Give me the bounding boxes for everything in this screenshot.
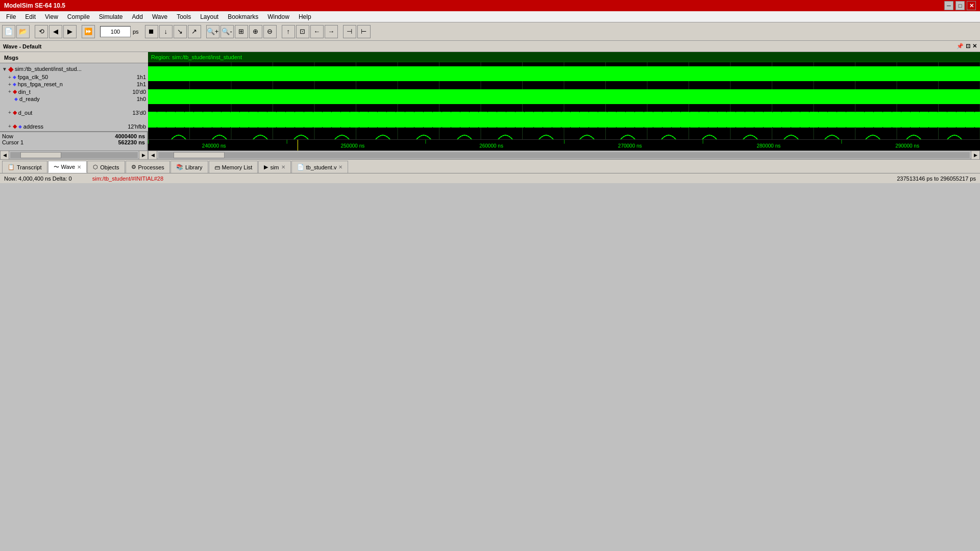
menu-view[interactable]: View: [41, 12, 62, 21]
tb-open-button[interactable]: 📂: [16, 25, 30, 38]
wave-resize-button[interactable]: ⊡: [966, 43, 970, 49]
menu-help[interactable]: Help: [295, 12, 315, 21]
tb-run-back-button[interactable]: ◀: [49, 25, 62, 38]
left-scroll-track[interactable]: [10, 152, 138, 158]
signal-row-fpga-clk[interactable]: + ◆ fpga_clk_50 1h1: [0, 73, 148, 81]
cursor1-label: Cursor 1: [2, 139, 23, 145]
spacer2: [0, 116, 148, 122]
tb-zoom-full-button[interactable]: ⊞: [235, 25, 248, 38]
wave-window-title: Wave - Default: [3, 43, 41, 49]
left-scroll-left[interactable]: ◀: [0, 151, 9, 160]
tab-sim-label: sim: [270, 164, 279, 170]
signal-row-din[interactable]: + ◆ din_t 10'd0: [0, 88, 148, 95]
left-scrollbar[interactable]: ◀ ▶: [0, 151, 148, 159]
signal-row-dout[interactable]: + ◆ d_out 13'd0: [0, 109, 148, 116]
menu-tools[interactable]: Tools: [173, 12, 195, 21]
tb-icon: 📄: [297, 164, 304, 170]
signal-fpga-clk-name: fpga_clk_50: [18, 74, 48, 80]
timeline: [148, 139, 980, 151]
waveform-container[interactable]: [148, 62, 980, 139]
tb-step-button[interactable]: ↓: [159, 25, 173, 38]
din-icon: ◆: [13, 88, 17, 95]
menu-layout[interactable]: Layout: [196, 12, 223, 21]
tab-transcript[interactable]: 📋 Transcript: [2, 161, 47, 173]
minimize-button[interactable]: ─: [944, 1, 953, 10]
signal-din-name: din_t: [18, 89, 31, 95]
left-scroll-right[interactable]: ▶: [139, 151, 148, 160]
tb-step-over-button[interactable]: ↘: [174, 25, 187, 38]
expand-icon[interactable]: ▼: [2, 66, 7, 72]
expand-icon-addr[interactable]: +: [8, 123, 11, 129]
now-value: 4000400 ns: [115, 133, 145, 139]
tab-library[interactable]: 📚 Library: [170, 161, 208, 173]
tb-zoom-in2-button[interactable]: ⊕: [249, 25, 262, 38]
signal-list[interactable]: ▼ ◆ sim:/tb_student/inst_stud... + ◆ fpg…: [0, 63, 148, 131]
menu-window[interactable]: Window: [263, 12, 293, 21]
run-time-input[interactable]: 100: [100, 26, 131, 37]
right-scroll-track[interactable]: [158, 152, 970, 158]
menu-wave[interactable]: Wave: [148, 12, 172, 21]
tb-break-button[interactable]: ⏹: [145, 25, 158, 38]
menu-compile[interactable]: Compile: [63, 12, 94, 21]
tb-run-button[interactable]: ▶: [63, 25, 77, 38]
signal-group-top[interactable]: ▼ ◆ sim:/tb_student/inst_stud...: [0, 64, 148, 73]
tb-cursor-button[interactable]: ↑: [282, 25, 295, 38]
expand-icon-clk[interactable]: +: [8, 74, 11, 80]
tab-memory-list[interactable]: 🗃 Memory List: [209, 161, 258, 173]
signal-row-address[interactable]: + ◆ ◆ address 12'hfbb: [0, 122, 148, 130]
tb-find-next-button[interactable]: ⊢: [357, 25, 371, 38]
tab-processes[interactable]: ⚙ Processes: [126, 161, 170, 173]
tb-restart-button[interactable]: ⟲: [35, 25, 48, 38]
app-title: ModelSim SE-64 10.5: [4, 2, 65, 9]
tb-zoom-in-button[interactable]: 🔍+: [206, 25, 219, 38]
tb-scroll-right-button[interactable]: →: [325, 25, 338, 38]
expand-icon-din[interactable]: +: [8, 89, 11, 94]
wave-window-header: Wave - Default 📌 ⊡ ✕: [0, 41, 980, 52]
right-scroll-thumb[interactable]: [174, 152, 225, 158]
tb-zoom-out-button[interactable]: 🔍-: [220, 25, 234, 38]
menu-edit[interactable]: Edit: [21, 12, 40, 21]
tab-tb-label: tb_student.v: [306, 164, 337, 170]
tb-zoom-region-button[interactable]: ⊡: [296, 25, 309, 38]
sim-tab-close[interactable]: ✕: [281, 164, 285, 170]
toolbar: 📄 📂 ⟲ ◀ ▶ ⏩ 100 ps ⏹ ↓ ↘ ↗ 🔍+ 🔍- ⊞ ⊕ ⊖ ↑…: [0, 22, 980, 41]
signal-hps-reset-value: 1h1: [120, 81, 146, 87]
close-button[interactable]: ✕: [967, 1, 976, 10]
tab-tb-student[interactable]: 📄 tb_student.v ✕: [291, 161, 349, 173]
signal-row-hps-reset[interactable]: + ◆ hps_fpga_reset_n 1h1: [0, 81, 148, 88]
tab-wave[interactable]: 〜 Wave ✕: [48, 161, 87, 173]
signal-dout-value: 13'd0: [120, 110, 146, 116]
menu-simulate[interactable]: Simulate: [95, 12, 127, 21]
addr-icon: ◆: [18, 124, 22, 129]
group-diamond-icon: ◆: [8, 65, 14, 73]
tb-step-out-button[interactable]: ↗: [188, 25, 201, 38]
menu-bookmarks[interactable]: Bookmarks: [224, 12, 262, 21]
expand-icon-dout[interactable]: +: [8, 110, 11, 115]
waveform-canvas[interactable]: [148, 62, 980, 139]
signal-dready-value: 1h0: [120, 96, 146, 102]
tb-run-all-button[interactable]: ⏩: [82, 25, 95, 38]
wave-tab-close[interactable]: ✕: [77, 164, 81, 170]
right-scroll-left[interactable]: ◀: [148, 151, 157, 160]
right-scrollbar[interactable]: ◀ ▶: [148, 151, 980, 159]
tb-find-edge-button[interactable]: ⊣: [343, 25, 356, 38]
tab-sim[interactable]: ▶ sim ✕: [258, 161, 290, 173]
signal-row-dready[interactable]: ◆ d_ready 1h0: [0, 95, 148, 103]
wave-close-button[interactable]: ✕: [972, 43, 977, 49]
tb-new-button[interactable]: 📄: [2, 25, 15, 38]
transcript-icon: 📋: [8, 164, 15, 170]
tb-tab-close[interactable]: ✕: [338, 164, 342, 170]
expand-icon-hps[interactable]: +: [8, 82, 11, 87]
right-scroll-right[interactable]: ▶: [971, 151, 980, 160]
timeline-canvas: [148, 140, 980, 151]
tb-scroll-left-button[interactable]: ←: [310, 25, 324, 38]
menu-add[interactable]: Add: [128, 12, 147, 21]
menu-file[interactable]: File: [2, 12, 20, 21]
wave-icon: 〜: [54, 163, 59, 171]
left-scroll-thumb[interactable]: [20, 152, 61, 158]
tab-objects[interactable]: ⬡ Objects: [87, 161, 125, 173]
wave-pin-button[interactable]: 📌: [957, 43, 964, 49]
maximize-button[interactable]: □: [955, 1, 965, 10]
cursor1-value: 562230 ns: [118, 139, 145, 145]
tb-zoom-out2-button[interactable]: ⊖: [263, 25, 277, 38]
